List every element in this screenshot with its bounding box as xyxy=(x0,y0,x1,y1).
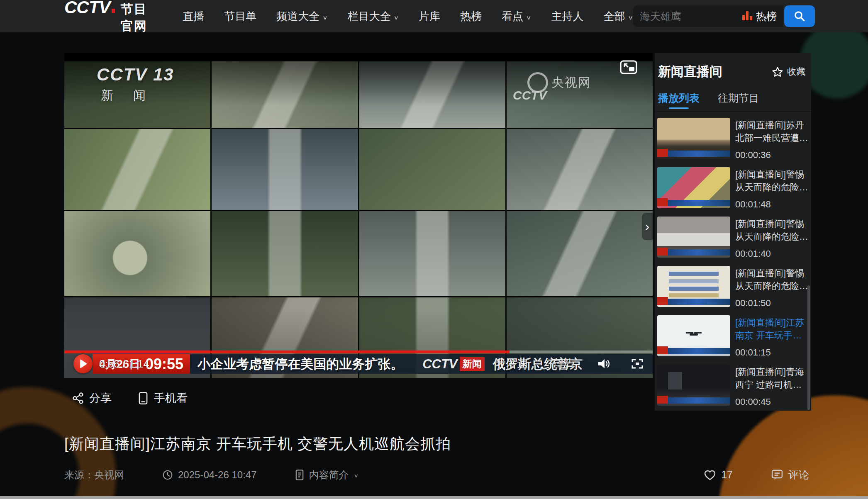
playlist-item-title[interactable]: [新闻直播间]警惕从天而降的危险 高空抛物 xyxy=(735,267,809,292)
watch-on-mobile-button[interactable]: 手机看 xyxy=(137,391,188,406)
playlist-item-title[interactable]: [新闻直播间]苏丹 北部一难民营遭无人机 xyxy=(735,119,809,144)
search-area: 热榜 xyxy=(633,5,815,27)
channel-bug-cctv13: CCTV 13 新 闻 xyxy=(97,65,174,104)
nav-menu: 直播 节目单 频道大全∨ 栏目大全∨ 片库 热榜 看点∨ 主持人 全部∨ xyxy=(183,9,633,24)
search-button[interactable] xyxy=(784,5,815,27)
summary-toggle[interactable]: 内容简介 ∨ xyxy=(295,468,359,482)
playlist-item-title[interactable]: [新闻直播间]警惕从天而降的危险 山西晋城 xyxy=(735,217,809,243)
publish-time: 2025-04-26 10:47 xyxy=(162,469,257,481)
sidebar-collapse-handle[interactable]: › xyxy=(642,213,653,240)
video-title: [新闻直播间]江苏南京 开车玩手机 交警无人机巡航会抓拍 xyxy=(64,434,451,454)
thumbnail-caption-strip xyxy=(657,299,730,305)
playlist-item[interactable]: [新闻直播间]苏丹 北部一难民营遭无人机00:00:36 xyxy=(657,118,809,161)
playback-speed-button[interactable]: 倍速 xyxy=(506,356,528,371)
nav-item-all[interactable]: 全部∨ xyxy=(604,9,633,24)
nav-item-highlights[interactable]: 看点∨ xyxy=(502,9,531,24)
playlist-item-duration: 00:00:45 xyxy=(735,397,809,407)
quality-button[interactable]: 高清 xyxy=(551,356,574,371)
nav-item-hosts[interactable]: 主持人 xyxy=(551,9,584,24)
play-icon xyxy=(78,359,88,369)
volume-icon xyxy=(597,358,610,370)
chevron-down-icon: ∨ xyxy=(354,472,359,478)
picture-in-picture-button[interactable] xyxy=(620,60,637,75)
playlist: [新闻直播间]苏丹 北部一难民营遭无人机00:00:36 [新闻直播间]警惕从天… xyxy=(655,112,811,407)
video-thumbnail[interactable] xyxy=(657,118,730,159)
play-button[interactable] xyxy=(73,354,93,373)
comment-icon xyxy=(771,469,783,481)
nav-item-programs[interactable]: 栏目大全∨ xyxy=(348,9,399,24)
thumbnail-caption-strip xyxy=(657,348,730,354)
surveillance-feed-cell xyxy=(64,211,210,296)
video-thumbnail[interactable] xyxy=(657,315,730,356)
chevron-down-icon: ∨ xyxy=(322,14,327,21)
surveillance-feed-cell xyxy=(64,129,210,210)
logo-red-dot-icon xyxy=(112,9,115,13)
time-display: 0:56 / 1:14 xyxy=(99,358,149,370)
nav-item-schedule[interactable]: 节目单 xyxy=(224,9,256,24)
favorite-button[interactable]: 收藏 xyxy=(772,66,805,78)
video-thumbnail[interactable] xyxy=(657,217,730,258)
like-button[interactable]: 17 xyxy=(704,469,733,481)
thumbnail-caption-strip xyxy=(657,151,730,157)
tab-past-episodes[interactable]: 往期节目 xyxy=(718,91,759,109)
hot-bars-icon xyxy=(742,12,752,22)
surveillance-feed-cell xyxy=(212,129,358,210)
cctv-watermark: CCTV 央视网 xyxy=(527,72,591,93)
search-icon xyxy=(793,10,806,22)
mobile-phone-icon xyxy=(137,392,149,405)
playlist-item-title[interactable]: [新闻直播间]青海西宁 过路司机气道异物阻 xyxy=(735,365,809,391)
site-name: 节目官网 xyxy=(121,1,157,35)
watermark-ring-icon: CCTV xyxy=(527,72,548,93)
playlist-item[interactable]: [新闻直播间]警惕从天而降的危险 山西晋城00:01:40 xyxy=(657,217,809,259)
playlist-item-duration: 00:01:15 xyxy=(735,347,809,358)
search-box[interactable]: 热榜 xyxy=(633,5,783,27)
playlist-item[interactable]: [新闻直播间]青海西宁 过路司机气道异物阻00:00:45 xyxy=(657,365,809,407)
share-icon xyxy=(72,392,84,404)
clock-icon xyxy=(162,470,173,480)
nav-item-hot[interactable]: 热榜 xyxy=(460,9,482,24)
nav-item-library[interactable]: 片库 xyxy=(419,9,440,24)
playlist-item[interactable]: [新闻直播间]警惕从天而降的危险 湖北宜昌00:01:48 xyxy=(657,167,809,210)
sidebar-tabs: 播放列表 往期节目 xyxy=(655,80,811,109)
playlist-item-title[interactable]: [新闻直播间]江苏南京 开车玩手机 交警无人 xyxy=(735,316,809,342)
video-player[interactable]: CCTV 13 新 闻 CCTV 央视网 › 4月26日 09:55 小企业考虑… xyxy=(64,53,653,378)
surveillance-feed-cell xyxy=(507,129,653,210)
progress-bar[interactable] xyxy=(64,351,653,353)
playlist-item-current[interactable]: [新闻直播间]江苏南京 开车玩手机 交警无人00:01:15 xyxy=(657,315,809,358)
cctv-logo[interactable]: CCTV 节目官网 xyxy=(64,0,157,35)
top-nav: CCTV 节目官网 直播 节目单 频道大全∨ 栏目大全∨ 片库 热榜 看点∨ 主… xyxy=(0,0,868,32)
playlist-item-duration: 00:01:40 xyxy=(735,248,809,259)
playlist-item[interactable]: [新闻直播间]警惕从天而降的危险 高空抛物00:01:50 xyxy=(657,266,809,309)
surveillance-feed-cell xyxy=(359,129,505,210)
playlist-item-duration: 00:01:48 xyxy=(735,199,809,210)
surveillance-feed-cell xyxy=(507,211,653,296)
player-controls: 0:56 / 1:14 倍速 高清 xyxy=(64,354,653,373)
horizontal-scrollbar[interactable] xyxy=(0,496,868,499)
video-thumbnail[interactable] xyxy=(657,365,730,406)
nav-item-live[interactable]: 直播 xyxy=(183,9,204,24)
picture-in-picture-icon xyxy=(620,60,637,74)
fullscreen-icon xyxy=(631,358,644,370)
search-input[interactable] xyxy=(640,10,742,22)
hot-search-link[interactable]: 热榜 xyxy=(742,11,777,22)
fullscreen-button[interactable] xyxy=(631,358,644,370)
chevron-down-icon: ∨ xyxy=(628,14,633,21)
comment-button[interactable]: 评论 xyxy=(771,468,809,482)
cctv-logo-text: CCTV xyxy=(64,0,110,17)
playlist-scrollbar[interactable] xyxy=(807,285,810,410)
playlist-sidebar: 新闻直播间 收藏 播放列表 往期节目 [新闻直播间]苏丹 北部一难民营遭无人机0… xyxy=(655,53,811,411)
document-icon xyxy=(295,469,304,481)
tab-playlist[interactable]: 播放列表 xyxy=(658,91,700,109)
video-thumbnail[interactable] xyxy=(657,266,730,307)
background-decoration xyxy=(719,395,868,499)
volume-button[interactable] xyxy=(597,358,610,370)
star-icon xyxy=(772,66,783,78)
share-button[interactable]: 分享 xyxy=(72,391,112,406)
playlist-item-title[interactable]: [新闻直播间]警惕从天而降的危险 湖北宜昌 xyxy=(735,168,809,194)
playlist-item-duration: 00:01:50 xyxy=(735,298,809,309)
chevron-down-icon: ∨ xyxy=(394,14,399,21)
video-thumbnail[interactable] xyxy=(657,167,730,208)
surveillance-feed-cell xyxy=(212,61,358,128)
nav-item-channels[interactable]: 频道大全∨ xyxy=(276,9,327,24)
sidebar-header: 新闻直播间 收藏 xyxy=(655,53,811,80)
